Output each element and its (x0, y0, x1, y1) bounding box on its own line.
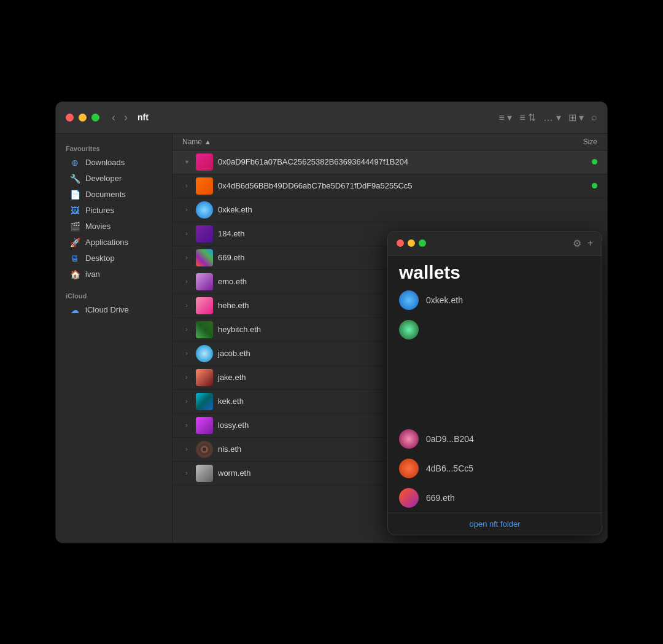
pictures-icon: 🖼 (69, 206, 80, 215)
sidebar-item-applications[interactable]: 🚀 Applications (60, 235, 168, 250)
wallet-entry[interactable]: 669.eth (388, 483, 602, 513)
expand-icon[interactable]: ▾ (182, 158, 191, 166)
file-thumbnail (196, 249, 213, 266)
expand-icon[interactable]: › (182, 349, 191, 358)
expand-icon[interactable]: › (182, 445, 191, 454)
size-column-header[interactable]: Size (548, 138, 597, 146)
file-thumbnail (196, 273, 213, 290)
documents-icon: 📄 (69, 190, 80, 200)
sidebar-item-downloads[interactable]: ⊕ Downloads (60, 155, 168, 171)
wallets-close-button[interactable] (397, 239, 404, 247)
expand-icon[interactable]: › (182, 325, 191, 334)
path-label: nft (138, 112, 149, 122)
file-name: 0x0aD9Fb61a07BAC25625382B63693644497f1B2… (218, 157, 592, 166)
file-thumbnail (196, 201, 213, 219)
wallet-name: 0aD9...B204 (426, 434, 474, 444)
size-button[interactable]: ⊞ ▾ (568, 112, 584, 123)
add-icon[interactable]: + (587, 238, 593, 249)
search-button[interactable]: ⌕ (591, 112, 597, 123)
file-thumbnail (196, 297, 213, 314)
movies-icon: 🎬 (69, 222, 80, 231)
file-thumbnail (196, 153, 213, 171)
sidebar-item-documents[interactable]: 📄 Documents (60, 187, 168, 203)
sidebar-item-label: ivan (85, 270, 100, 279)
view-sort-button[interactable]: ≡ ⇅ (519, 112, 536, 123)
sidebar-item-desktop[interactable]: 🖥 Desktop (60, 250, 168, 266)
title-bar: ‹ › nft ≡ ▾ ≡ ⇅ … ▾ ⊞ ▾ ⌕ (56, 102, 607, 134)
svg-point-2 (203, 448, 206, 451)
sidebar-item-label: Applications (85, 238, 128, 247)
gear-icon[interactable]: ⚙ (573, 238, 581, 249)
wallet-avatar (399, 290, 419, 310)
finder-window: ‹ › nft ≡ ▾ ≡ ⇅ … ▾ ⊞ ▾ ⌕ Favourites ⊕ D… (55, 101, 608, 543)
expand-icon[interactable]: › (182, 277, 191, 286)
expand-icon[interactable]: › (182, 230, 191, 238)
wallet-avatar (399, 488, 419, 508)
developer-icon: 🔧 (69, 174, 80, 184)
downloads-icon: ⊕ (69, 158, 80, 168)
sidebar-item-label: Pictures (85, 206, 114, 215)
back-button[interactable]: ‹ (109, 111, 118, 124)
expand-icon[interactable]: › (182, 421, 191, 430)
expand-icon[interactable]: › (182, 301, 191, 310)
expand-icon[interactable]: › (182, 373, 191, 382)
table-row[interactable]: ▾ 0x0aD9Fb61a07BAC25625382B63693644497f1… (173, 150, 607, 174)
file-thumbnail (196, 465, 213, 482)
file-thumbnail (196, 225, 213, 242)
wallet-avatar (399, 429, 419, 449)
sidebar-item-pictures[interactable]: 🖼 Pictures (60, 203, 168, 219)
sort-arrow: ▲ (204, 138, 211, 145)
view-list-button[interactable]: ≡ ▾ (499, 112, 513, 123)
status-dot (592, 183, 597, 188)
file-thumbnail (196, 441, 213, 458)
expand-icon[interactable]: › (182, 182, 191, 190)
expand-icon[interactable]: › (182, 254, 191, 262)
file-thumbnail (196, 177, 213, 195)
sidebar: Favourites ⊕ Downloads 🔧 Developer 📄 Doc… (56, 134, 173, 543)
sidebar-item-movies[interactable]: 🎬 Movies (60, 219, 168, 235)
wallets-minimize-button[interactable] (408, 239, 415, 247)
expand-icon[interactable]: › (182, 206, 191, 214)
wallet-avatar (399, 459, 419, 478)
expand-icon[interactable]: › (182, 469, 191, 478)
sidebar-item-label: Desktop (85, 254, 115, 263)
expand-icon[interactable]: › (182, 397, 191, 406)
file-name: 0x4dB6d56BBb49DD66abC7be5D671fDdF9a5255C… (218, 181, 592, 190)
wallet-entry[interactable]: 0aD9...B204 (388, 424, 602, 454)
file-thumbnail (196, 417, 213, 434)
sidebar-item-label: Developer (85, 174, 122, 183)
sidebar-item-icloud-drive[interactable]: ☁ iCloud Drive (60, 302, 168, 318)
sidebar-item-developer[interactable]: 🔧 Developer (60, 171, 168, 187)
name-column-header[interactable]: Name ▲ (182, 138, 548, 146)
file-thumbnail (196, 345, 213, 362)
traffic-lights (66, 114, 99, 122)
table-row[interactable]: › 0xkek.eth (173, 198, 607, 222)
more-options-button[interactable]: … ▾ (543, 112, 560, 123)
close-button[interactable] (66, 114, 74, 122)
column-headers: Name ▲ Size (173, 134, 607, 150)
icloud-label: iCloud (56, 289, 172, 302)
wallet-name: 0xkek.eth (426, 295, 463, 305)
wallet-entry[interactable]: 0xkek.eth (388, 285, 602, 315)
toolbar-right: ≡ ▾ ≡ ⇅ … ▾ ⊞ ▾ ⌕ (499, 112, 597, 123)
wallet-entry[interactable] (388, 315, 602, 344)
wallet-entry[interactable]: 4dB6...5Cc5 (388, 454, 602, 483)
open-nft-folder-link[interactable]: open nft folder (388, 513, 602, 535)
maximize-button[interactable] (91, 114, 99, 122)
applications-icon: 🚀 (69, 238, 80, 247)
sidebar-item-label: Downloads (85, 158, 125, 167)
wallets-title: wallets (388, 256, 602, 285)
forward-button[interactable]: › (122, 111, 130, 124)
sidebar-item-ivan[interactable]: 🏠 ivan (60, 266, 168, 282)
icloud-icon: ☁ (69, 305, 80, 315)
wallet-name: 669.eth (426, 493, 455, 503)
wallet-name: 4dB6...5Cc5 (426, 464, 473, 473)
file-name: 0xkek.eth (218, 205, 597, 214)
wallets-panel: ⚙ + wallets 0xkek.eth ✓ max file size 50… (387, 231, 602, 535)
wallet-avatar (399, 320, 419, 339)
table-row[interactable]: › 0x4dB6d56BBb49DD66abC7be5D671fDdF9a525… (173, 174, 607, 198)
wallets-maximize-button[interactable] (419, 239, 426, 247)
nav-buttons: ‹ › (109, 111, 130, 124)
minimize-button[interactable] (79, 114, 87, 122)
file-thumbnail (196, 369, 213, 386)
